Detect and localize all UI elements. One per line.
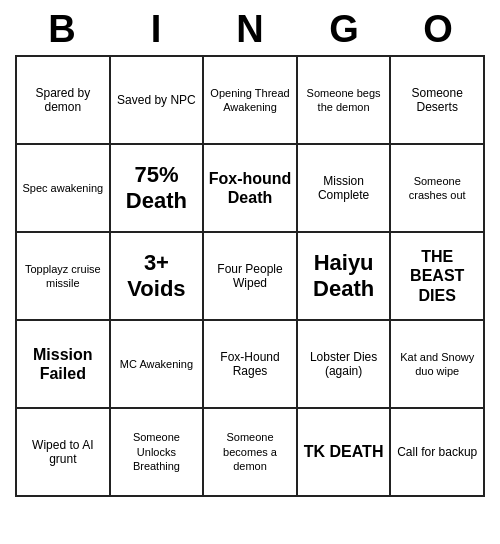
cell-text: Saved by NPC bbox=[117, 93, 196, 107]
cell-text: Haiyu Death bbox=[313, 250, 374, 301]
bingo-cell: 75% Death bbox=[110, 144, 204, 232]
bingo-cell: Saved by NPC bbox=[110, 56, 204, 144]
title-letter: O bbox=[394, 8, 482, 51]
bingo-cell: Someone Unlocks Breathing bbox=[110, 408, 204, 496]
cell-text: Someone begs the demon bbox=[307, 87, 381, 113]
bingo-cell: Someone begs the demon bbox=[297, 56, 391, 144]
cell-text: TK DEATH bbox=[304, 443, 384, 460]
bingo-cell: Opening Thread Awakening bbox=[203, 56, 297, 144]
cell-text: MC Awakening bbox=[120, 358, 193, 370]
bingo-cell: Lobster Dies (again) bbox=[297, 320, 391, 408]
bingo-cell: Mission Complete bbox=[297, 144, 391, 232]
cell-text: Wiped to AI grunt bbox=[32, 438, 93, 466]
bingo-cell: Haiyu Death bbox=[297, 232, 391, 320]
bingo-cell: Fox-Hound Rages bbox=[203, 320, 297, 408]
cell-text: Lobster Dies (again) bbox=[310, 350, 377, 378]
bingo-cell: 3+ Voids bbox=[110, 232, 204, 320]
cell-text: Mission Failed bbox=[33, 346, 93, 382]
cell-text: Kat and Snowy duo wipe bbox=[400, 351, 474, 377]
bingo-cell: Spared by demon bbox=[16, 56, 110, 144]
bingo-title: BINGO bbox=[15, 0, 485, 55]
cell-text: Spec awakening bbox=[22, 182, 103, 194]
cell-text: Someone Deserts bbox=[412, 86, 463, 114]
bingo-grid: Spared by demonSaved by NPCOpening Threa… bbox=[15, 55, 485, 497]
bingo-cell: Someone becomes a demon bbox=[203, 408, 297, 496]
cell-text: Topplayz cruise missile bbox=[25, 263, 101, 289]
bingo-cell: Spec awakening bbox=[16, 144, 110, 232]
bingo-cell: Four People Wiped bbox=[203, 232, 297, 320]
bingo-cell: Wiped to AI grunt bbox=[16, 408, 110, 496]
bingo-cell: THE BEAST DIES bbox=[390, 232, 484, 320]
cell-text: Mission Complete bbox=[318, 174, 369, 202]
title-letter: I bbox=[112, 8, 200, 51]
cell-text: 75% Death bbox=[126, 162, 187, 213]
bingo-cell: Kat and Snowy duo wipe bbox=[390, 320, 484, 408]
title-letter: B bbox=[18, 8, 106, 51]
cell-text: THE BEAST DIES bbox=[410, 248, 464, 303]
bingo-cell: Mission Failed bbox=[16, 320, 110, 408]
bingo-cell: Fox-hound Death bbox=[203, 144, 297, 232]
title-letter: N bbox=[206, 8, 294, 51]
cell-text: Four People Wiped bbox=[217, 262, 282, 290]
cell-text: Spared by demon bbox=[35, 86, 90, 114]
cell-text: Fox-Hound Rages bbox=[220, 350, 279, 378]
cell-text: Someone Unlocks Breathing bbox=[133, 431, 180, 472]
cell-text: Someone becomes a demon bbox=[223, 431, 277, 472]
cell-text: Fox-hound Death bbox=[209, 170, 292, 206]
bingo-cell: Someone crashes out bbox=[390, 144, 484, 232]
bingo-cell: Topplayz cruise missile bbox=[16, 232, 110, 320]
cell-text: 3+ Voids bbox=[127, 250, 185, 301]
bingo-cell: MC Awakening bbox=[110, 320, 204, 408]
cell-text: Opening Thread Awakening bbox=[210, 87, 289, 113]
bingo-cell: Someone Deserts bbox=[390, 56, 484, 144]
bingo-cell: Call for backup bbox=[390, 408, 484, 496]
cell-text: Call for backup bbox=[397, 445, 477, 459]
title-letter: G bbox=[300, 8, 388, 51]
bingo-cell: TK DEATH bbox=[297, 408, 391, 496]
cell-text: Someone crashes out bbox=[409, 175, 466, 201]
